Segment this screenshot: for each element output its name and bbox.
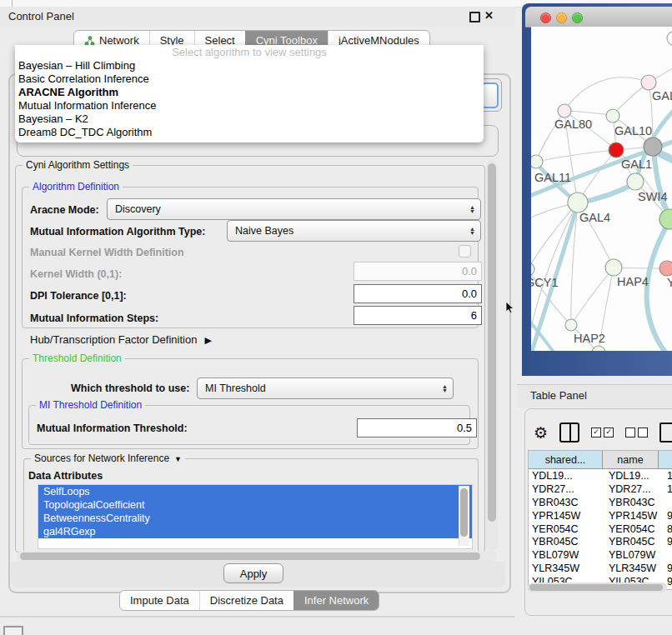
expand-right-icon[interactable]: ▶	[204, 335, 211, 346]
algorithm-option[interactable]: Bayesian – Hill Climbing	[15, 59, 484, 72]
settings-hscrollbar-thumb[interactable]	[20, 552, 480, 560]
which-threshold-combo[interactable]: MI Threshold ▲▼	[197, 378, 454, 399]
network-node-label: HAP4	[617, 275, 649, 288]
focused-combo-stepper-fragment[interactable]	[481, 82, 499, 108]
mi-steps-label: Mutual Information Steps:	[30, 312, 158, 324]
network-edge	[531, 202, 578, 269]
table-row[interactable]: YLR345WYLR345W9.	[529, 562, 672, 575]
data-attribute-item[interactable]: BetweennessCentrality	[38, 512, 472, 525]
algorithm-option[interactable]: Bayesian – K2	[15, 112, 484, 126]
gear-icon[interactable]: ⚙	[534, 425, 548, 441]
data-attribute-item[interactable]: TopologicalCoefficient	[38, 498, 472, 512]
apply-button[interactable]: Apply	[223, 563, 283, 583]
column-header[interactable]	[659, 451, 672, 468]
kernel-width-label: Kernel Width (0,1):	[30, 268, 122, 280]
table-cell: 12	[664, 482, 672, 496]
network-node-gal11[interactable]	[531, 155, 543, 168]
splitter-tick[interactable]	[12, 0, 13, 7]
sources-title[interactable]: Sources for Network Inference▼	[31, 452, 185, 464]
attributes-scrollbar-thumb[interactable]	[460, 488, 468, 537]
close-icon[interactable]: ✕	[484, 9, 494, 22]
kernel-width-field[interactable]: 0.0	[354, 262, 482, 281]
network-node-arc-top[interactable]	[667, 32, 672, 45]
algorithm-option[interactable]: ARACNE Algorithm	[15, 86, 484, 99]
network-node-label: GCY1	[531, 276, 559, 289]
table-row[interactable]: YER054CYER054C8.	[529, 522, 672, 536]
table-row[interactable]: YDL19...YDL19...13	[529, 469, 672, 482]
network-node-swi4[interactable]	[627, 173, 644, 190]
column-header[interactable]: name	[603, 451, 659, 468]
network-node-gal4[interactable]	[568, 192, 588, 212]
close-traffic-light-icon[interactable]	[540, 12, 551, 23]
table-hscrollbar-thumb[interactable]	[529, 584, 663, 591]
network-node-gal80[interactable]	[558, 104, 571, 118]
split-columns-icon[interactable]	[559, 422, 579, 442]
network-node-hap4[interactable]	[605, 259, 622, 276]
column-header[interactable]: shared...	[529, 451, 603, 468]
table-row[interactable]: YBR045CYBR045C9.	[529, 535, 672, 548]
zoom-traffic-light-icon[interactable]	[572, 12, 583, 23]
dpi-tolerance-field[interactable]: 0.0	[354, 284, 482, 303]
settings-vscrollbar-thumb[interactable]	[488, 163, 496, 522]
network-node-hap2[interactable]	[565, 319, 577, 331]
bottom-tab-discretize-data[interactable]: Discretize Data	[199, 591, 293, 610]
document-icon[interactable]	[659, 422, 672, 442]
kernel-width-value: 0.0	[462, 265, 477, 278]
table-cell: YLR345W	[529, 562, 605, 575]
minimize-traffic-light-icon[interactable]	[556, 12, 567, 23]
table-cell: YBL079W	[529, 548, 605, 562]
mi-algorithm-type-combo[interactable]: Naive Bayes ▲▼	[227, 220, 481, 242]
mouse-cursor	[506, 302, 516, 318]
network-node-gal10[interactable]	[606, 109, 619, 122]
table-cell: 9.	[664, 562, 672, 575]
algorithm-option[interactable]: Dream8 DC_TDC Algorithm	[15, 126, 484, 139]
network-node-salmon[interactable]	[659, 261, 672, 276]
mi-steps-field[interactable]: 6	[354, 306, 482, 325]
network-node-label: Y	[667, 276, 672, 289]
mi-algorithm-type-label: Mutual Information Algorithm Type:	[30, 226, 205, 238]
algorithm-option[interactable]: Basic Correlation Inference	[15, 72, 484, 86]
mi-threshold-field[interactable]: 0.5	[357, 418, 477, 438]
bottom-tab-impute-data[interactable]: Impute Data	[120, 591, 199, 610]
minimized-panel-icon[interactable]	[3, 626, 23, 635]
data-attribute-item[interactable]: gal4RGexp	[38, 525, 472, 538]
network-window-titlebar[interactable]	[525, 7, 672, 28]
aracne-mode-combo[interactable]: Discovery ▲▼	[107, 198, 481, 220]
algorithm-option[interactable]: Mutual Information Inference	[15, 99, 484, 112]
table-row[interactable]: YDR27...YDR27...12	[529, 482, 672, 496]
table-row[interactable]: YBL079WYBL079W	[529, 548, 672, 562]
data-attribute-item[interactable]: SelfLoops	[38, 485, 472, 498]
network-node-green-right[interactable]	[659, 209, 672, 229]
network-canvas[interactable]: GALGAL80GAL10GAL1GAL11SWI4GAL4GCY1HAP4YH…	[531, 27, 672, 351]
control-panel-bottom-edge	[0, 616, 515, 618]
table-cell: YDR27...	[605, 482, 664, 496]
table-cell: YDL19...	[529, 469, 605, 482]
control-panel-title: Control Panel	[8, 10, 74, 22]
stepper-icon: ▲▼	[442, 384, 448, 392]
network-node-label: GAL11	[534, 171, 571, 184]
mi-threshold-value: 0.5	[457, 422, 472, 434]
network-tree-icon	[84, 36, 95, 46]
aracne-mode-label: Aracne Mode:	[30, 204, 99, 216]
table-panel-toolbar: ⚙ ✓✓	[534, 421, 672, 444]
table-row[interactable]: YPR145WYPR145W9.	[529, 509, 672, 522]
data-attributes-list[interactable]: SelfLoopsTopologicalCoefficientBetweenne…	[38, 484, 473, 549]
network-node-bottom-node[interactable]	[592, 346, 605, 351]
float-window-icon[interactable]	[469, 12, 480, 22]
hub-section-header[interactable]: Hub/Transcription Factor Definition▶	[30, 333, 212, 346]
mi-threshold-label: Mutual Information Threshold:	[37, 422, 188, 434]
table-cell: YER054C	[605, 522, 664, 536]
network-node-gal1[interactable]	[609, 142, 624, 158]
bottom-tab-infer-network[interactable]: Infer Network	[293, 591, 379, 610]
manual-kernel-width-checkbox[interactable]	[459, 245, 471, 258]
collapse-down-icon[interactable]: ▼	[174, 455, 182, 463]
deselect-all-checkboxes-icon[interactable]	[625, 428, 648, 438]
network-node-gal-top[interactable]	[641, 75, 656, 90]
network-node-gray-node[interactable]	[644, 138, 662, 156]
select-all-checkboxes-icon[interactable]: ✓✓	[591, 428, 614, 438]
network-node-gcy1[interactable]	[531, 262, 534, 276]
which-threshold-label: Which threshold to use:	[71, 382, 189, 394]
table-row[interactable]: YBR043CYBR043C	[529, 496, 672, 509]
node-attribute-table[interactable]: shared...nameYDL19...YDL19...13YDR27...Y…	[528, 450, 672, 590]
cyni-bottom-tab-strip: Impute DataDiscretize DataInfer Network	[119, 590, 379, 611]
